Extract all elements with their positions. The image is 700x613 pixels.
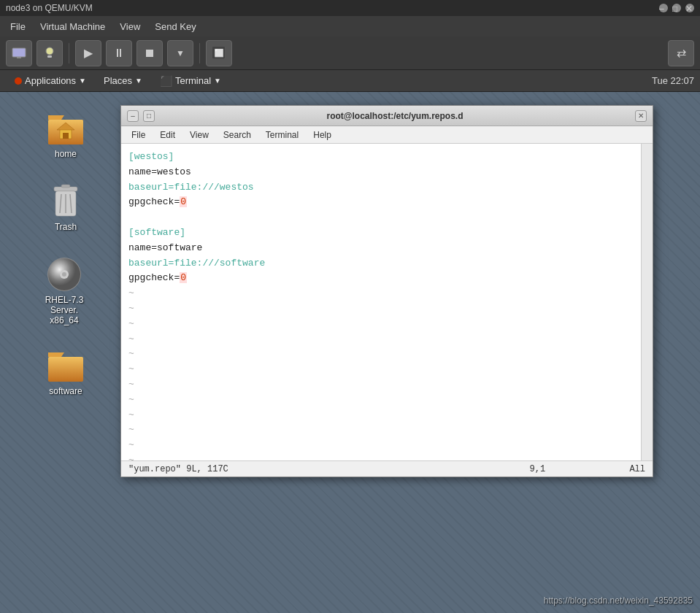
desktop-icon-trash[interactable]: Trash [36, 180, 95, 236]
top-menu: Applications ▼ Places ▼ ⬛ Terminal ▼ Tue… [0, 70, 700, 92]
term-menu-view[interactable]: View [182, 128, 216, 142]
line-tilde-5: ~ [128, 347, 634, 362]
terminal-title-text: root@localhost:/etc/yum.repos.d [159, 111, 631, 121]
line-baseurl-software: baseurl=file:///software [128, 256, 634, 271]
svg-marker-20 [48, 352, 64, 357]
software-icon-label: software [49, 386, 82, 396]
monitor-icon [12, 47, 26, 59]
terminal-scrollbar[interactable] [641, 144, 653, 460]
status-filename: "yum.repo" 9L, 117C [128, 464, 228, 474]
svg-rect-3 [47, 55, 52, 58]
line-gpgcheck-westos: gpgcheck=0 [128, 195, 634, 210]
menu-view[interactable]: View [112, 18, 147, 35]
terminal-close-btn[interactable]: ✕ [635, 110, 647, 122]
toolbar-monitor-btn[interactable] [6, 40, 32, 66]
places-menu[interactable]: Places ▼ [95, 72, 151, 89]
watermark: https://blog.csdn.net/weixin_43592835 [544, 595, 693, 606]
svg-marker-6 [48, 115, 64, 120]
terminal-window: – □ root@localhost:/etc/yum.repos.d ✕ Fi… [120, 105, 653, 477]
maximize-icon[interactable]: □ [672, 4, 681, 12]
term-menu-search[interactable]: Search [216, 128, 258, 142]
terminal-icon-small: ⬛ [160, 75, 172, 87]
desktop-icon-software[interactable]: software [36, 344, 95, 401]
terminal-maximize-btn[interactable]: □ [143, 110, 155, 122]
line-baseurl-westos: baseurl=file:///westos [128, 180, 634, 196]
toolbar-resize-btn[interactable]: ⇄ [668, 40, 694, 66]
toolbar-pause-btn[interactable]: ⏸ [106, 40, 132, 66]
home-icon-label: home [55, 149, 77, 159]
terminal-menu[interactable]: ⬛ Terminal ▼ [151, 72, 230, 90]
line-tilde-4: ~ [128, 332, 634, 347]
line-gpgcheck-software: gpgcheck=0 [128, 271, 634, 286]
line-tilde-6: ~ [128, 362, 634, 377]
desktop-icon-rhel[interactable]: RHEL-7.3 Server. x86_64 [35, 252, 93, 330]
terminal-arrow: ▼ [214, 77, 221, 85]
toolbar-play-btn[interactable]: ▶ [75, 40, 101, 66]
svg-rect-11 [61, 185, 70, 188]
close-icon[interactable]: ✕ [685, 4, 694, 12]
title-bar-controls[interactable]: – □ ✕ [659, 4, 694, 12]
line-westos-section: [westos] [128, 150, 634, 165]
term-menu-help[interactable]: Help [306, 128, 339, 142]
trash-icon-label: Trash [55, 222, 77, 232]
toolbar-sep-2 [199, 43, 200, 63]
svg-rect-21 [48, 357, 83, 382]
svg-rect-0 [12, 48, 26, 57]
terminal-title-bar: – □ root@localhost:/etc/yum.repos.d ✕ [121, 106, 653, 126]
line-tilde-8: ~ [128, 393, 634, 408]
desktop-icon-home[interactable]: home [36, 107, 95, 163]
line-tilde-2: ~ [128, 301, 634, 317]
apps-arrow: ▼ [79, 77, 86, 85]
menu-virtual-machine[interactable]: Virtual Machine [33, 18, 112, 35]
line-tilde-1: ~ [128, 286, 634, 301]
trash-icon [48, 184, 83, 219]
line-tilde-11: ~ [128, 438, 634, 453]
terminal-body: [westos] name=westos baseurl=file:///wes… [121, 144, 653, 460]
clock: Tue 22:07 [652, 75, 694, 86]
term-menu-terminal[interactable]: Terminal [258, 128, 306, 142]
cd-icon [47, 257, 82, 292]
svg-rect-1 [17, 57, 21, 58]
toolbar-stop-btn[interactable]: ⏹ [136, 40, 163, 66]
applications-label: Applications [25, 75, 76, 86]
line-software-section: [software] [128, 225, 634, 241]
line-tilde-3: ~ [128, 317, 634, 332]
bulb-icon [44, 46, 55, 61]
toolbar-bulb-btn[interactable] [36, 40, 63, 66]
toolbar-sep-1 [69, 43, 69, 63]
status-all: All [629, 464, 645, 474]
menu-file[interactable]: File [3, 18, 33, 35]
line-name-software: name=software [128, 241, 634, 256]
toolbar-dropdown-btn[interactable]: ▼ [167, 40, 193, 66]
line-tilde-7: ~ [128, 377, 634, 393]
apps-dot [15, 77, 22, 85]
title-bar: node3 on QEMU/KVM – □ ✕ [0, 0, 700, 16]
applications-menu[interactable]: Applications ▼ [6, 72, 95, 89]
software-folder-icon [48, 348, 83, 383]
menu-send-key[interactable]: Send Key [147, 18, 203, 35]
minimize-icon[interactable]: – [659, 4, 668, 12]
desktop: home Trash [0, 92, 700, 613]
terminal-content[interactable]: [westos] name=westos baseurl=file:///wes… [121, 144, 641, 460]
svg-point-2 [46, 47, 53, 55]
rhel-icon-label: RHEL-7.3 Server. x86_64 [39, 295, 89, 325]
line-tilde-9: ~ [128, 408, 634, 423]
terminal-minimize-btn[interactable]: – [127, 110, 139, 122]
line-tilde-10: ~ [128, 423, 634, 438]
terminal-status-bar: "yum.repo" 9L, 117C 9,1 All [121, 460, 653, 477]
toolbar-screen-btn[interactable]: 🔲 [206, 40, 232, 66]
term-menu-edit[interactable]: Edit [153, 128, 182, 142]
places-label: Places [104, 75, 132, 86]
terminal-label: Terminal [175, 75, 211, 86]
line-name-westos: name=westos [128, 165, 634, 180]
toolbar: ▶ ⏸ ⏹ ▼ 🔲 ⇄ [0, 36, 700, 70]
terminal-menu-bar: File Edit View Search Terminal Help [121, 126, 653, 144]
home-folder-icon [48, 111, 83, 146]
status-position: 9,1 All [530, 464, 645, 474]
menu-bar: File Virtual Machine View Send Key [0, 16, 700, 36]
svg-rect-9 [63, 133, 69, 139]
title-bar-text: node3 on QEMU/KVM [6, 3, 93, 13]
term-menu-file[interactable]: File [124, 128, 153, 142]
line-tilde-12: ~ [128, 453, 634, 460]
svg-point-19 [62, 272, 66, 277]
